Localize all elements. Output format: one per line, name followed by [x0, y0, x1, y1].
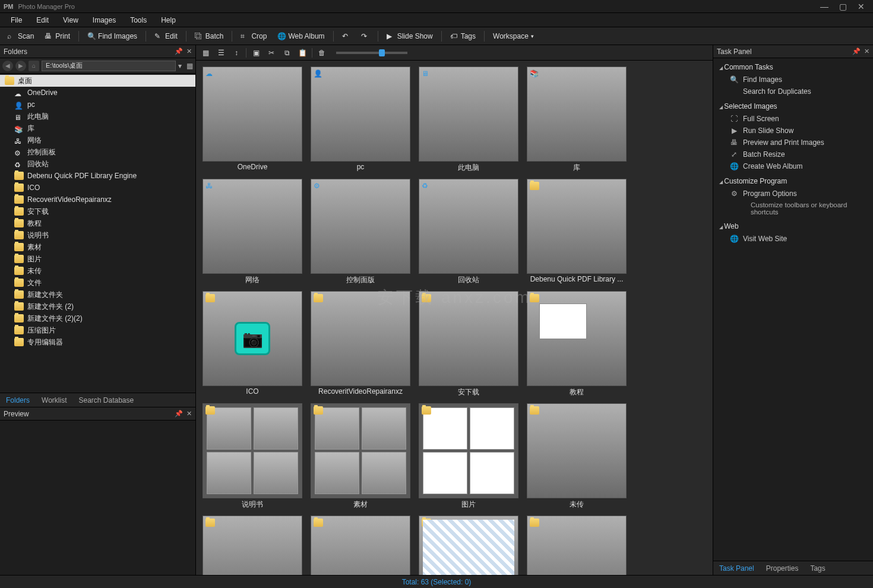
close-button[interactable]: ✕	[858, 2, 865, 11]
delete-icon[interactable]: 🗑	[316, 47, 328, 59]
menu-file[interactable]: File	[5, 15, 28, 26]
thumbnail-item[interactable]: 教程	[526, 291, 627, 397]
thumbnail-item[interactable]: 未传	[526, 403, 627, 510]
menu-help[interactable]: Help	[155, 15, 182, 26]
tab-search-database[interactable]: Search Database	[72, 394, 140, 407]
close-panel-icon[interactable]: ✕	[186, 410, 192, 418]
copy-icon[interactable]: ⧉	[281, 47, 293, 59]
tree-item[interactable]: 图片	[0, 253, 195, 265]
web-album-button[interactable]: 🌐Web Album	[273, 30, 329, 42]
pin-icon[interactable]: 📌	[852, 48, 861, 55]
rotate-right-button[interactable]: ↷	[356, 30, 374, 42]
task-link[interactable]: 🔍Find Images	[713, 74, 873, 86]
tab-task-panel[interactable]: Task Panel	[713, 562, 760, 575]
workspace-button[interactable]: Workspace	[488, 30, 539, 42]
slide-show-button[interactable]: ▶Slide Show	[382, 30, 438, 42]
tree-item[interactable]: RecoveritVideoRepairanxz	[0, 194, 195, 206]
pin-icon[interactable]: 📌	[175, 410, 183, 418]
rotate-left-button[interactable]: ↶	[337, 30, 355, 42]
task-link[interactable]: ▶Run Slide Show	[713, 125, 873, 137]
tree-item[interactable]: 🖧网络	[0, 134, 195, 146]
tree-item[interactable]: 桌面	[0, 75, 195, 87]
tree-item[interactable]: 安下载	[0, 206, 195, 217]
tree-item[interactable]: 说明书	[0, 229, 195, 241]
thumbnail-item[interactable]: 📚库	[526, 67, 627, 173]
thumbnail-item[interactable]	[526, 516, 627, 575]
task-group-header[interactable]: Common Tasks	[713, 61, 873, 74]
task-link[interactable]: ⚙Program Options	[713, 188, 873, 200]
thumbnail-item[interactable]: 素材	[310, 403, 411, 510]
tab-tags[interactable]: Tags	[804, 562, 831, 575]
cut-icon[interactable]: ✂	[265, 47, 277, 59]
tree-item[interactable]: 教程	[0, 217, 195, 229]
tree-item[interactable]: 文件	[0, 277, 195, 289]
thumbnail-item[interactable]	[202, 516, 303, 575]
tree-item[interactable]: 新建文件夹 (2)	[0, 301, 195, 312]
tree-item[interactable]: ICO	[0, 182, 195, 194]
thumbnail-item[interactable]: 说明书	[202, 403, 303, 510]
tree-item[interactable]: Debenu Quick PDF Library Engine	[0, 170, 195, 182]
close-panel-icon[interactable]: ✕	[864, 48, 869, 55]
crop-button[interactable]: ⌗Crop	[236, 30, 271, 42]
zoom-slider[interactable]	[336, 52, 407, 54]
thumbnail-item[interactable]: 👤pc	[310, 67, 411, 173]
task-group-header[interactable]: Web	[713, 220, 873, 233]
task-link[interactable]: ⤢Batch Resize	[713, 148, 873, 160]
select-all-icon[interactable]: ▣	[250, 47, 262, 59]
tree-item[interactable]: 📚库	[0, 122, 195, 134]
tab-worklist[interactable]: Worklist	[36, 394, 72, 407]
view-thumbnails-icon[interactable]: ▦	[200, 47, 211, 59]
tags-button[interactable]: 🏷Tags	[445, 30, 480, 42]
tree-item[interactable]: 新建文件夹 (2)(2)	[0, 312, 195, 324]
tree-item[interactable]: 新建文件夹	[0, 289, 195, 301]
view-list-icon[interactable]: ☰	[215, 47, 227, 59]
tree-item[interactable]: 未传	[0, 265, 195, 277]
task-link[interactable]: Customize toolbars or keyboard shortcuts	[713, 200, 873, 217]
thumbnail-item[interactable]: 🖥此电脑	[418, 67, 519, 173]
forward-button[interactable]: ▶	[15, 61, 26, 71]
maximize-button[interactable]: ▢	[839, 2, 847, 11]
tree-item[interactable]: 🖥此电脑	[0, 110, 195, 122]
menu-view[interactable]: View	[57, 15, 84, 26]
task-link[interactable]: Search for Duplicates	[713, 86, 873, 97]
task-link[interactable]: 🌐Create Web Album	[713, 160, 873, 172]
tree-item[interactable]: ⚙控制面板	[0, 146, 195, 158]
tree-item[interactable]: ♻回收站	[0, 158, 195, 170]
tab-folders[interactable]: Folders	[0, 394, 36, 407]
paste-icon[interactable]: 📋	[296, 47, 308, 59]
folder-tree[interactable]: 桌面☁OneDrive👤pc🖥此电脑📚库🖧网络⚙控制面板♻回收站Debenu Q…	[0, 74, 195, 393]
thumbnail-item[interactable]: ⚙控制面版	[310, 179, 411, 285]
thumbnail-item[interactable]: ICO	[202, 291, 303, 397]
minimize-button[interactable]: —	[820, 2, 828, 11]
thumbnail-item[interactable]: Debenu Quick PDF Library ...	[526, 179, 627, 285]
edit-button[interactable]: ✎Edit	[150, 30, 182, 42]
thumbnail-item[interactable]: 🖧网络	[202, 179, 303, 285]
batch-button[interactable]: ⿻Batch	[190, 30, 229, 42]
task-link[interactable]: ⛶Full Screen	[713, 113, 873, 125]
thumbnail-item[interactable]	[418, 516, 519, 575]
close-panel-icon[interactable]: ✕	[186, 48, 192, 55]
task-group-header[interactable]: Customize Program	[713, 175, 873, 188]
thumbnail-item[interactable]: RecoveritVideoRepairanxz	[310, 291, 411, 397]
print-button[interactable]: 🖶Print	[40, 30, 75, 42]
path-input[interactable]	[42, 61, 176, 71]
task-group-header[interactable]: Selected Images	[713, 100, 873, 113]
path-history-icon[interactable]: ▦	[186, 62, 193, 70]
thumbnail-item[interactable]: 图片	[418, 403, 519, 510]
thumbnail-item[interactable]	[310, 516, 411, 575]
find-images-button[interactable]: 🔍Find Images	[83, 30, 142, 42]
tree-item[interactable]: 素材	[0, 241, 195, 253]
tree-item[interactable]: ☁OneDrive	[0, 87, 195, 99]
pin-icon[interactable]: 📌	[175, 48, 183, 55]
thumbnail-item[interactable]: ☁OneDrive	[202, 67, 303, 173]
scan-button[interactable]: ⌕Scan	[2, 30, 39, 42]
menu-images[interactable]: Images	[87, 15, 122, 26]
thumbnail-grid-wrap[interactable]: ☁OneDrive👤pc🖥此电脑📚库🖧网络⚙控制面版♻回收站Debenu Qui…	[196, 61, 713, 575]
tree-item[interactable]: 压缩图片	[0, 324, 195, 336]
task-link[interactable]: 🖶Preview and Print Images	[713, 137, 873, 148]
menu-edit[interactable]: Edit	[30, 15, 55, 26]
thumbnail-item[interactable]: 安下载	[418, 291, 519, 397]
thumbnail-item[interactable]: ♻回收站	[418, 179, 519, 285]
path-dropdown-icon[interactable]: ▾	[178, 62, 182, 70]
back-button[interactable]: ◀	[2, 61, 13, 71]
